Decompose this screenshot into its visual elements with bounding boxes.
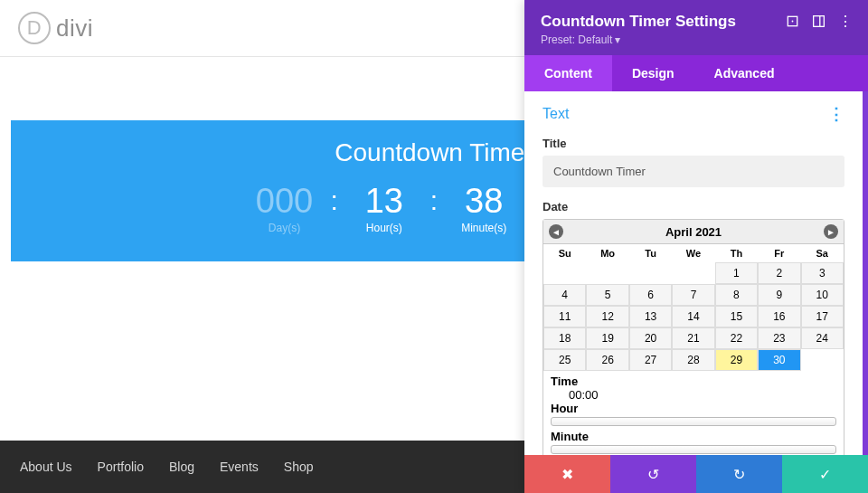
svg-rect-2 xyxy=(814,16,825,27)
save-button[interactable]: ✓ xyxy=(782,455,868,493)
weekday-header: Th xyxy=(715,244,758,262)
calendar-day[interactable]: 18 xyxy=(543,327,586,349)
calendar-day[interactable]: 2 xyxy=(758,262,800,284)
calendar-day[interactable]: 26 xyxy=(586,349,628,371)
calendar-day[interactable]: 22 xyxy=(715,327,758,349)
brand-name: divi xyxy=(56,14,93,43)
days-value: 000 xyxy=(256,184,313,218)
weekday-header: We xyxy=(672,244,714,262)
footer-link[interactable]: Events xyxy=(220,460,259,474)
timer-minutes: 38 Minute(s) xyxy=(443,184,524,234)
cancel-button[interactable]: ✖ xyxy=(524,455,610,493)
snap-icon[interactable] xyxy=(812,14,826,28)
calendar-day[interactable]: 30 xyxy=(758,349,800,371)
tab-advanced[interactable]: Advanced xyxy=(694,55,795,91)
calendar-day[interactable]: 25 xyxy=(543,349,586,371)
calendar-day[interactable]: 20 xyxy=(629,327,672,349)
weekday-header: Tu xyxy=(629,244,672,262)
calendar-empty xyxy=(543,262,586,284)
calendar-day[interactable]: 17 xyxy=(801,306,844,327)
panel-header: Countdown Timer Settings Preset: Default… xyxy=(524,0,868,55)
calendar-empty xyxy=(629,262,672,284)
preset-selector[interactable]: Preset: Default▾ xyxy=(541,33,736,46)
calendar-day[interactable]: 11 xyxy=(543,306,586,327)
calendar-empty xyxy=(586,262,628,284)
prev-month-button[interactable]: ◄ xyxy=(549,224,563,239)
calendar-day[interactable]: 16 xyxy=(758,306,800,327)
time-value: 00:00 xyxy=(551,388,836,402)
separator: : xyxy=(425,184,443,216)
calendar-day[interactable]: 21 xyxy=(672,327,714,349)
calendar-day[interactable]: 8 xyxy=(715,284,758,306)
minute-slider[interactable] xyxy=(551,445,836,454)
footer-link[interactable]: Shop xyxy=(284,460,314,474)
calendar-day[interactable]: 13 xyxy=(629,306,672,327)
calendar-month: April 2021 xyxy=(665,225,722,239)
expand-icon[interactable] xyxy=(786,14,799,28)
calendar-day[interactable]: 12 xyxy=(586,306,628,327)
settings-panel: Countdown Timer Settings Preset: Default… xyxy=(524,0,868,493)
panel-tabs: Content Design Advanced xyxy=(524,55,868,91)
divi-logo-icon: D xyxy=(18,12,51,44)
calendar-day[interactable]: 4 xyxy=(543,284,586,306)
calendar-day[interactable]: 27 xyxy=(629,349,672,371)
calendar-day[interactable]: 24 xyxy=(801,327,844,349)
calendar-day[interactable]: 23 xyxy=(758,327,800,349)
calendar-day[interactable]: 5 xyxy=(586,284,628,306)
calendar-day[interactable]: 29 xyxy=(715,349,758,371)
footer-link[interactable]: Portfolio xyxy=(98,460,144,474)
footer-link[interactable]: About Us xyxy=(20,460,72,474)
calendar-day[interactable]: 9 xyxy=(758,284,800,306)
calendar-day[interactable]: 15 xyxy=(715,306,758,327)
minute-label: Minute xyxy=(551,430,836,443)
date-picker: ◄ April 2021 ► SuMoTuWeThFrSa12345678910… xyxy=(542,219,844,455)
calendar-header: ◄ April 2021 ► xyxy=(543,220,844,244)
calendar-day[interactable]: 10 xyxy=(801,284,844,306)
panel-actions: ✖ ↺ ↻ ✓ xyxy=(524,455,868,493)
calendar-day[interactable]: 19 xyxy=(586,327,628,349)
calendar-day[interactable]: 3 xyxy=(801,262,844,284)
panel-title: Countdown Timer Settings xyxy=(541,13,736,31)
calendar-empty xyxy=(801,349,844,371)
calendar-day[interactable]: 1 xyxy=(715,262,758,284)
title-field-label: Title xyxy=(542,137,844,150)
timer-days: 000 Day(s) xyxy=(243,184,325,234)
days-label: Day(s) xyxy=(269,222,300,234)
calendar-day[interactable]: 7 xyxy=(672,284,714,306)
section-title-text[interactable]: Text xyxy=(542,106,569,122)
weekday-header: Su xyxy=(543,244,586,262)
hours-label: Hour(s) xyxy=(366,222,402,234)
tab-content[interactable]: Content xyxy=(524,55,612,91)
time-block: Time 00:00 Hour Minute xyxy=(543,371,844,455)
separator: : xyxy=(325,184,343,216)
panel-body: Text ⋮ Title Date ◄ April 2021 ► SuMoTuW… xyxy=(524,91,868,455)
hour-label: Hour xyxy=(551,402,836,415)
svg-point-1 xyxy=(792,21,794,23)
hours-value: 13 xyxy=(365,184,403,218)
hour-slider[interactable] xyxy=(551,417,836,426)
calendar-day[interactable]: 6 xyxy=(629,284,672,306)
undo-button[interactable]: ↺ xyxy=(610,455,696,493)
weekday-header: Fr xyxy=(758,244,800,262)
tab-design[interactable]: Design xyxy=(612,55,694,91)
weekday-header: Sa xyxy=(801,244,844,262)
calendar-grid: SuMoTuWeThFrSa12345678910111213141516171… xyxy=(543,244,844,371)
weekday-header: Mo xyxy=(586,244,628,262)
kebab-menu-icon[interactable]: ⋮ xyxy=(838,14,852,28)
calendar-empty xyxy=(672,262,714,284)
minutes-value: 38 xyxy=(465,184,503,218)
footer-link[interactable]: Blog xyxy=(169,460,194,474)
redo-button[interactable]: ↻ xyxy=(696,455,782,493)
time-label: Time xyxy=(551,374,836,388)
title-input[interactable] xyxy=(542,156,844,187)
timer-hours: 13 Hour(s) xyxy=(344,184,425,234)
section-menu-icon[interactable]: ⋮ xyxy=(828,104,844,124)
minutes-label: Minute(s) xyxy=(461,222,506,234)
calendar-day[interactable]: 28 xyxy=(672,349,714,371)
calendar-day[interactable]: 14 xyxy=(672,306,714,327)
divi-logo[interactable]: D divi xyxy=(18,12,93,44)
next-month-button[interactable]: ► xyxy=(824,224,838,239)
date-field-label: Date xyxy=(542,200,844,213)
